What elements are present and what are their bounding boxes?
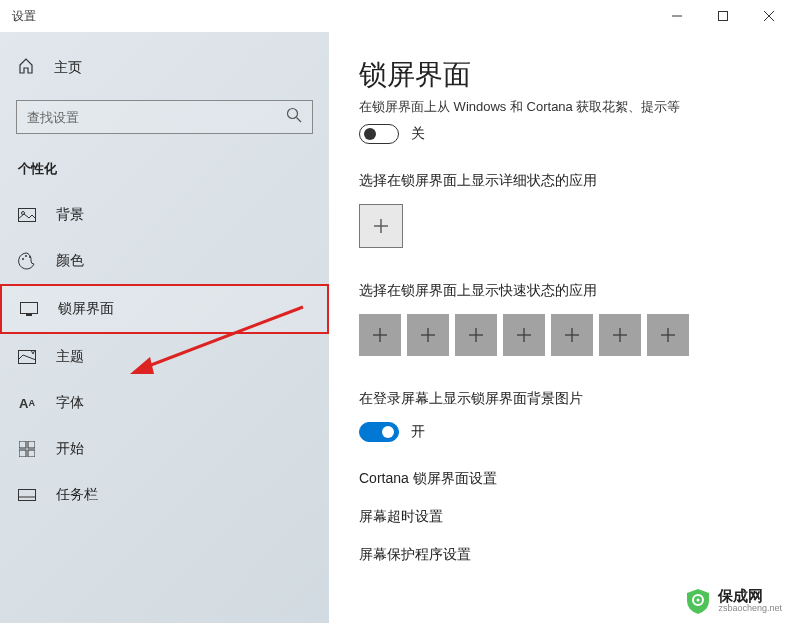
svg-point-10 — [29, 256, 31, 258]
svg-rect-11 — [21, 303, 38, 314]
sidebar-item-fonts[interactable]: AA 字体 — [0, 380, 329, 426]
home-icon — [18, 58, 36, 78]
sidebar-item-lockscreen[interactable]: 锁屏界面 — [0, 284, 329, 334]
svg-point-9 — [25, 255, 27, 257]
detailed-status-label: 选择在锁屏界面上显示详细状态的应用 — [359, 172, 762, 190]
add-detailed-app-tile[interactable] — [359, 204, 403, 248]
quick-status-label: 选择在锁屏界面上显示快速状态的应用 — [359, 282, 762, 300]
svg-rect-18 — [19, 490, 36, 501]
toggle-off-label: 关 — [411, 125, 425, 143]
screen-timeout-link[interactable]: 屏幕超时设置 — [359, 508, 762, 526]
home-label: 主页 — [54, 59, 82, 77]
svg-rect-12 — [26, 314, 32, 316]
sidebar-item-themes[interactable]: 主题 — [0, 334, 329, 380]
add-quick-app-tile[interactable] — [647, 314, 689, 356]
cortana-settings-link[interactable]: Cortana 锁屏界面设置 — [359, 470, 762, 488]
picture-icon — [18, 208, 36, 222]
svg-rect-17 — [28, 450, 35, 457]
cortana-tip-text: 在锁屏界面上从 Windows 和 Cortana 获取花絮、提示等 — [359, 98, 762, 116]
add-quick-app-tile[interactable] — [551, 314, 593, 356]
minimize-button[interactable] — [654, 0, 700, 32]
sidebar-item-background[interactable]: 背景 — [0, 192, 329, 238]
nav-label: 开始 — [56, 440, 84, 458]
theme-icon — [18, 350, 36, 364]
home-nav[interactable]: 主页 — [0, 50, 329, 86]
taskbar-icon — [18, 489, 36, 501]
svg-point-39 — [697, 599, 700, 602]
nav-label: 锁屏界面 — [58, 300, 114, 318]
add-quick-app-tile[interactable] — [503, 314, 545, 356]
add-quick-app-tile[interactable] — [455, 314, 497, 356]
nav-label: 任务栏 — [56, 486, 98, 504]
sidebar: 主页 个性化 背景 颜色 锁 — [0, 32, 329, 623]
close-button[interactable] — [746, 0, 792, 32]
svg-rect-6 — [19, 209, 36, 222]
svg-point-8 — [22, 258, 24, 260]
screensaver-link[interactable]: 屏幕保护程序设置 — [359, 546, 762, 564]
svg-rect-1 — [719, 12, 728, 21]
login-bg-label: 在登录屏幕上显示锁屏界面背景图片 — [359, 390, 762, 408]
watermark: 保成网 zsbaocheng.net — [684, 587, 782, 615]
nav-label: 颜色 — [56, 252, 84, 270]
svg-rect-15 — [28, 441, 35, 448]
lockscreen-icon — [20, 302, 38, 316]
add-quick-app-tile[interactable] — [407, 314, 449, 356]
section-header: 个性化 — [0, 134, 329, 192]
palette-icon — [18, 252, 36, 270]
login-bg-toggle[interactable] — [359, 422, 399, 442]
search-input[interactable] — [27, 110, 286, 125]
svg-rect-16 — [19, 450, 26, 457]
search-box[interactable] — [16, 100, 313, 134]
page-title: 锁屏界面 — [359, 56, 762, 94]
toggle-on-label: 开 — [411, 423, 425, 441]
add-quick-app-tile[interactable] — [359, 314, 401, 356]
window-title: 设置 — [12, 8, 36, 25]
sidebar-item-start[interactable]: 开始 — [0, 426, 329, 472]
svg-line-5 — [297, 118, 302, 123]
add-quick-app-tile[interactable] — [599, 314, 641, 356]
sidebar-item-taskbar[interactable]: 任务栏 — [0, 472, 329, 518]
search-icon — [286, 107, 302, 127]
watermark-url: zsbaocheng.net — [718, 604, 782, 614]
maximize-button[interactable] — [700, 0, 746, 32]
main-pane: 锁屏界面 在锁屏界面上从 Windows 和 Cortana 获取花絮、提示等 … — [329, 32, 792, 623]
watermark-shield-icon — [684, 587, 712, 615]
font-icon: AA — [18, 396, 36, 411]
nav-label: 主题 — [56, 348, 84, 366]
cortana-tip-toggle[interactable] — [359, 124, 399, 144]
start-icon — [18, 441, 36, 457]
sidebar-item-colors[interactable]: 颜色 — [0, 238, 329, 284]
nav-label: 背景 — [56, 206, 84, 224]
svg-point-4 — [288, 109, 298, 119]
nav-label: 字体 — [56, 394, 84, 412]
window-controls — [654, 0, 792, 32]
svg-rect-14 — [19, 441, 26, 448]
watermark-name: 保成网 — [718, 588, 782, 605]
